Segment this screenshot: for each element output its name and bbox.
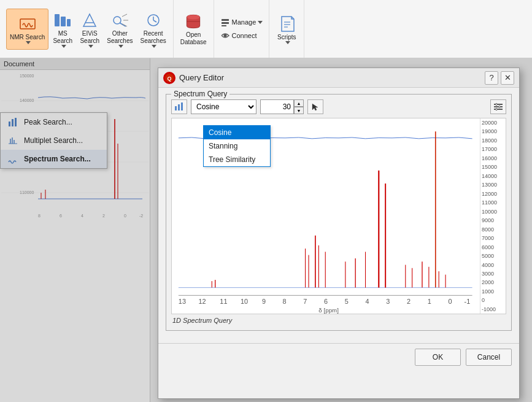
spinner-container: ▲ ▼ — [294, 99, 304, 114]
ok-button[interactable]: OK — [415, 349, 461, 366]
scripts-label: Scripts — [277, 34, 296, 41]
svg-text:Q: Q — [167, 75, 171, 82]
connect-label: Connect — [232, 32, 257, 39]
svg-point-5 — [114, 17, 121, 24]
other-searches-button[interactable]: OtherSearches — [104, 9, 136, 50]
settings-button[interactable] — [490, 99, 506, 114]
elvis-search-label: EIViSSearch — [80, 30, 99, 45]
svg-text:3: 3 — [386, 298, 390, 305]
modal-title-section: Q Query Editor — [163, 72, 224, 84]
cancel-button[interactable]: Cancel — [466, 349, 512, 366]
open-database-icon — [183, 12, 203, 31]
svg-text:δ [ppm]: δ [ppm] — [318, 307, 339, 314]
nmr-search-arrow — [26, 41, 31, 44]
algorithm-dropdown[interactable]: Cosine Stanning Tree Similarity — [191, 99, 256, 114]
other-searches-label: OtherSearches — [107, 30, 133, 45]
svg-text:12: 12 — [199, 298, 206, 305]
svg-rect-52 — [175, 106, 177, 110]
dropdown-container: Cosine Stanning Tree Similarity Cosine S… — [191, 99, 256, 114]
svg-line-7 — [122, 14, 127, 17]
svg-rect-1 — [55, 14, 60, 26]
svg-rect-3 — [67, 19, 71, 26]
spectrum-footer: 1D Spectrum Query — [171, 314, 506, 325]
modal-help-button[interactable]: ? — [485, 71, 498, 85]
modal-title-text: Query Editor — [179, 73, 224, 82]
modal-close-button[interactable]: ✕ — [501, 71, 514, 85]
scripts-icon — [277, 14, 296, 34]
elvis-search-icon — [80, 10, 99, 30]
modal-titlebar: Q Query Editor ? ✕ — [158, 68, 519, 88]
modal-dialog: Q Query Editor ? ✕ Spectrum Query — [158, 68, 520, 399]
svg-text:4: 4 — [366, 298, 369, 305]
manage-button[interactable]: Manage — [218, 16, 266, 28]
svg-text:10: 10 — [241, 298, 248, 305]
other-searches-icon — [110, 10, 129, 30]
ribbon-group-scripts: Scripts — [269, 0, 304, 58]
connect-icon — [220, 31, 230, 41]
dropdown-popup: Cosine Stanning Tree Similarity — [203, 125, 271, 167]
svg-text:0: 0 — [448, 298, 452, 305]
svg-rect-18 — [222, 25, 226, 26]
ms-search-label: MSSearch — [53, 30, 72, 45]
chart-icon-button[interactable] — [171, 99, 187, 114]
cursor-icon — [311, 102, 320, 111]
main-content: Document 150000 140000 130000 120000 110… — [0, 58, 532, 402]
nmr-search-button[interactable]: NMR Search — [6, 9, 48, 50]
svg-point-60 — [496, 109, 498, 110]
manage-label: Manage — [232, 18, 256, 26]
number-spinner: 30 ▲ ▼ — [260, 99, 304, 114]
svg-point-59 — [499, 106, 501, 108]
svg-text:13: 13 — [179, 298, 186, 305]
svg-rect-54 — [181, 102, 183, 110]
recent-searches-icon — [144, 10, 163, 30]
svg-rect-16 — [222, 19, 229, 21]
svg-point-14 — [187, 15, 199, 19]
modal-footer: OK Cancel — [158, 343, 519, 371]
ribbon-group-database: OpenDatabase — [174, 0, 214, 58]
modal-body: Spectrum Query Cosine — [158, 88, 519, 343]
scripts-button[interactable]: Scripts — [273, 12, 300, 46]
svg-text:9: 9 — [262, 298, 266, 305]
svg-text:6: 6 — [324, 298, 328, 305]
open-database-label: OpenDatabase — [180, 31, 207, 46]
connect-button[interactable]: Connect — [218, 29, 260, 42]
svg-text:5: 5 — [345, 298, 349, 305]
modal-title-icon: Q — [163, 72, 175, 84]
dropdown-item-tree-similarity[interactable]: Tree Similarity — [204, 153, 270, 166]
spinner-up[interactable]: ▲ — [294, 99, 304, 107]
svg-line-6 — [120, 23, 126, 26]
ms-search-icon — [53, 10, 72, 30]
modal-overlay: Q Query Editor ? ✕ Spectrum Query — [0, 58, 532, 402]
svg-point-58 — [496, 104, 498, 106]
ms-search-arrow — [61, 45, 66, 48]
svg-rect-0 — [20, 19, 35, 29]
svg-text:1: 1 — [428, 298, 431, 305]
svg-rect-17 — [222, 22, 229, 24]
bar-chart-icon — [174, 101, 185, 112]
elvis-search-button[interactable]: EIViSSearch — [77, 9, 102, 50]
manage-arrow — [258, 21, 263, 24]
nmr-search-icon — [18, 14, 37, 34]
open-database-button[interactable]: OpenDatabase — [177, 10, 210, 48]
nmr-search-label: NMR Search — [10, 34, 45, 41]
svg-rect-2 — [61, 17, 66, 26]
elvis-search-arrow — [88, 45, 93, 48]
manage-connect-row: Manage Connect — [218, 16, 266, 42]
ribbon-group-manage: Manage Connect — [214, 0, 270, 58]
cursor-button[interactable] — [307, 99, 323, 114]
svg-point-19 — [223, 34, 226, 37]
spinner-down[interactable]: ▼ — [294, 107, 304, 114]
dropdown-item-stanning[interactable]: Stanning — [204, 139, 270, 153]
recent-searches-arrow — [152, 45, 156, 48]
svg-text:11: 11 — [220, 298, 227, 305]
other-searches-arrow — [118, 45, 123, 48]
number-input[interactable]: 30 — [260, 99, 294, 114]
ms-search-button[interactable]: MSSearch — [50, 9, 75, 50]
ribbon-group-nmr: NMR Search MSSearch — [2, 0, 174, 58]
svg-text:2: 2 — [407, 298, 411, 305]
dropdown-item-cosine[interactable]: Cosine — [204, 126, 270, 139]
modal-controls: ? ✕ — [485, 71, 514, 85]
recent-searches-label: RecentSearches — [141, 30, 166, 45]
svg-text:-1: -1 — [465, 298, 471, 305]
recent-searches-button[interactable]: RecentSearches — [137, 9, 169, 50]
